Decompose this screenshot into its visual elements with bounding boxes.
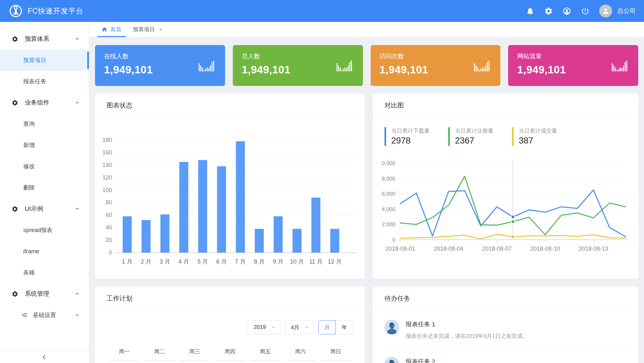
sidebar-item-预算项目[interactable]: 预算项目 [0,50,89,71]
stat-card-网站流量[interactable]: 网站流量1,949,101 [508,45,638,86]
todo-item[interactable]: 报表任务 1报表任务还未完成，请在2019年6月1日之前完成。 [384,311,627,348]
svg-text:7 月: 7 月 [235,258,246,265]
mini-bar-chart-icon [473,58,490,73]
todo-item[interactable]: 报表任务 2 [384,348,627,363]
gear-icon[interactable] [544,7,553,15]
sidebar-collapse-button[interactable] [0,351,89,363]
chevron-down-icon [271,325,276,330]
sidebar-item-label: iframe [23,248,39,255]
close-icon[interactable]: × [159,26,162,33]
chevron-left-icon [41,354,48,361]
todo-title: 报表任务 1 [406,320,528,329]
svg-text:12 月: 12 月 [328,258,342,265]
panel-title: 图表状态 [95,94,365,117]
sidebar-item-修改[interactable]: 修改 [0,156,89,177]
legend-value: 2978 [391,136,430,146]
mini-bar-chart-icon [336,58,353,73]
svg-text:8,000: 8,000 [382,176,395,182]
year-mode-button[interactable]: 年 [336,320,353,334]
sidebar-group-系统管理[interactable]: 系统管理 [0,283,89,304]
sidebar-item-label: 新增 [23,141,35,149]
calendar-controls: 2019 4月 月 年 [95,320,353,334]
sidebar-item-label: 预算项目 [23,56,46,64]
weekday-label: 周日 [330,349,341,355]
sidebar-group-业务组件[interactable]: 业务组件 [0,92,89,113]
bar-chart: 0204060801001201401601801 月2 月3 月4 月5 月6… [95,121,365,278]
svg-text:2018-08-01: 2018-08-01 [385,246,415,252]
svg-text:1 月: 1 月 [122,258,132,265]
svg-text:10 月: 10 月 [290,258,304,265]
sidebar-menu: 预算体系预算项目报表任务业务组件查询新增修改删除UI示例spread报表ifra… [0,22,89,351]
sidebar-item-新增[interactable]: 新增 [0,135,89,156]
weekday-underline [145,360,174,361]
tab-label: 首页 [110,26,121,33]
mini-bar-chart-icon [198,58,215,73]
stat-card-访问次数[interactable]: 访问次数1,949,101 [371,45,501,86]
svg-text:2,000: 2,000 [382,221,395,228]
gear-icon [12,206,18,212]
stat-card-在线人数[interactable]: 在线人数1,949,101 [95,45,225,86]
panel-title: 工作计划 [95,287,365,311]
svg-text:60: 60 [106,212,112,218]
stat-card-总人数[interactable]: 总人数1,949,101 [233,45,363,86]
bell-icon[interactable] [526,7,535,15]
svg-text:2018-08-13: 2018-08-13 [579,246,608,252]
bar-chart-panel: 图表状态 0204060801001201401601801 月2 月3 月4 … [95,94,365,279]
tab-budget-project[interactable]: 预算项目 × [127,22,168,37]
svg-text:40: 40 [106,224,112,231]
svg-text:0: 0 [393,237,395,243]
legend-item-当日累计注册量: 当日累计注册量2367 [448,127,493,146]
todo-panel: 待办任务 报表任务 1报表任务还未完成，请在2019年6月1日之前完成。报表任务… [373,287,638,363]
sidebar-item-spread报表[interactable]: spread报表 [0,219,89,241]
weekday-underline [180,360,209,361]
chevron-up-icon [75,291,80,296]
sidebar-item-基础设置[interactable]: 基础设置 [0,304,89,326]
user-circle-icon[interactable] [563,7,571,15]
legend-item-当日累计成交量: 当日累计成交量387 [512,127,557,146]
legend-value: 2367 [455,136,493,146]
sidebar-item-删除[interactable]: 删除 [0,177,89,198]
svg-text:100: 100 [102,187,112,193]
sidebar-item-报表任务[interactable]: 报表任务 [0,71,89,92]
weekday-label: 周四 [224,349,235,355]
sidebar-group-label: 业务组件 [25,98,49,107]
svg-text:140: 140 [102,162,112,168]
weekday-周五: 周五 [248,348,283,361]
legend-label: 当日累计成交量 [519,127,557,135]
weekday-underline [321,360,350,361]
weekday-label: 周六 [295,349,306,355]
power-icon[interactable] [581,7,590,15]
app-title: FC快速开发平台 [28,6,83,16]
avatar [384,357,399,363]
org-name[interactable]: 总公司 [617,7,636,15]
sidebar-group-预算体系[interactable]: 预算体系 [0,28,89,50]
month-mode-button[interactable]: 月 [318,320,336,334]
sidebar-item-label: 基础设置 [33,311,56,319]
stat-cards-row: 在线人数1,949,101总人数1,949,101访问次数1,949,101网站… [95,45,638,86]
chevron-up-icon [75,100,80,105]
sidebar-group-UI示例[interactable]: UI示例 [0,198,89,219]
year-select[interactable]: 2019 [248,320,280,334]
menu-list-icon [21,312,28,318]
weekday-label: 周三 [189,349,200,355]
weekday-周三: 周三 [177,348,212,361]
weekday-周四: 周四 [212,348,247,361]
chevron-down-icon [305,325,309,330]
weekday-underline [215,360,244,361]
sidebar-item-iframe[interactable]: iframe [0,241,89,262]
sidebar-item-表格[interactable]: 表格 [0,262,89,283]
user-avatar[interactable] [599,5,612,17]
legend-label: 当日累计注册量 [455,127,493,135]
legend-value: 387 [519,136,557,146]
sidebar-item-label: 修改 [23,163,35,170]
svg-text:6,000: 6,000 [382,191,395,197]
sidebar-item-label: 删除 [23,184,35,191]
panel-title: 待办任务 [373,287,638,311]
month-select[interactable]: 4月 [285,320,314,334]
svg-text:5 月: 5 月 [197,258,208,265]
svg-text:8 月: 8 月 [254,258,265,265]
mini-bar-chart-icon [611,58,628,73]
sidebar-item-查询[interactable]: 查询 [0,113,89,135]
tab-home[interactable]: 首页 [96,22,127,37]
svg-text:4 月: 4 月 [178,258,189,265]
